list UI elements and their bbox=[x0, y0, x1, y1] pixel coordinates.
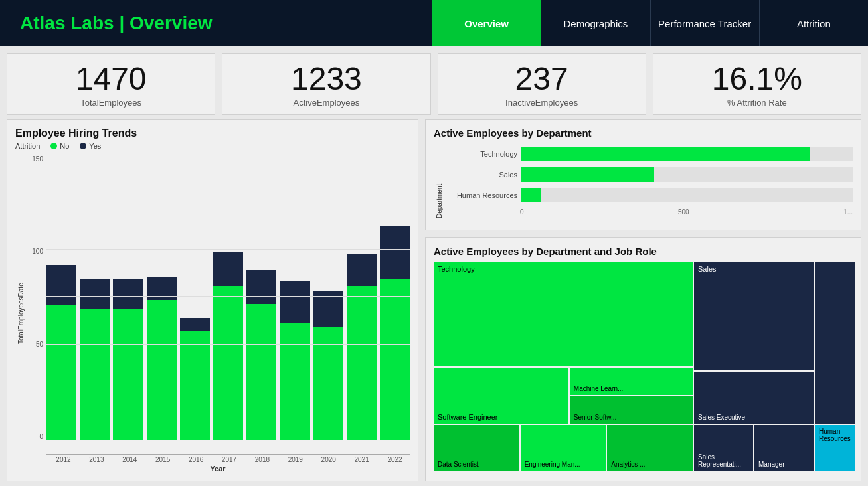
treemap-section: Active Employees by Department and Job R… bbox=[425, 237, 861, 481]
dept-bar-hr bbox=[521, 188, 853, 202]
legend-yes-label: Yes bbox=[89, 142, 101, 150]
bar-group-2012[interactable] bbox=[46, 154, 76, 440]
dept-chart-title: Active Employees by Department bbox=[434, 127, 853, 139]
bar-dark-2016 bbox=[180, 318, 210, 331]
tab-demographics[interactable]: Demographics bbox=[541, 0, 650, 46]
kpi-attrition-rate: 16.1% % Attrition Rate bbox=[653, 53, 861, 115]
dept-chart: Active Employees by Department Departmen… bbox=[425, 119, 861, 230]
tm-human-resources[interactable]: Human Resources bbox=[815, 425, 855, 471]
bar-green-2013 bbox=[80, 309, 110, 440]
x-label-2014: 2014 bbox=[115, 456, 145, 463]
kpi-active-value: 1233 bbox=[291, 63, 362, 95]
y-tick-150: 150 bbox=[32, 155, 43, 163]
header: Atlas Labs | Overview Overview Demograph… bbox=[0, 0, 868, 46]
dept-row-hr: Human Resources bbox=[444, 188, 853, 202]
kpi-inactive-value: 237 bbox=[515, 63, 568, 95]
chart-legend: Attrition No Yes bbox=[15, 142, 410, 150]
kpi-active-label: ActiveEmployees bbox=[294, 98, 360, 108]
bar-green-2021 bbox=[347, 286, 377, 440]
tab-performance[interactable]: Performance Tracker bbox=[650, 0, 759, 46]
dept-x-500: 500 bbox=[678, 208, 689, 216]
kpi-total-employees: 1470 TotalEmployees bbox=[7, 53, 215, 115]
bar-group-2017[interactable] bbox=[213, 154, 243, 440]
bar-group-2016[interactable] bbox=[180, 154, 210, 440]
tm-sales[interactable]: Sales bbox=[694, 262, 814, 370]
dept-name-tech: Technology bbox=[444, 150, 517, 158]
dept-fill-hr bbox=[521, 188, 541, 202]
hiring-chart-panel: Employee Hiring Trends Attrition No Yes … bbox=[7, 119, 418, 481]
y-axis-label: TotalEmployeesDate bbox=[15, 154, 26, 473]
bar-green-2012 bbox=[46, 305, 76, 440]
dept-bar-tech bbox=[521, 147, 853, 161]
treemap-title: Active Employees by Department and Job R… bbox=[434, 246, 853, 257]
x-label-2019: 2019 bbox=[280, 456, 310, 463]
tm-software-engineer[interactable]: Software Engineer bbox=[434, 368, 568, 424]
legend-no-label: No bbox=[60, 142, 69, 150]
kpi-row: 1470 TotalEmployees 1233 ActiveEmployees… bbox=[0, 46, 868, 119]
tm-sales-extra[interactable] bbox=[815, 262, 855, 424]
tm-sales-rep[interactable]: Sales Representati... bbox=[694, 425, 753, 471]
right-panel: Active Employees by Department Departmen… bbox=[425, 119, 861, 481]
x-label-2018: 2018 bbox=[247, 456, 277, 463]
bar-group-2015[interactable] bbox=[147, 154, 177, 440]
bar-dark-2014 bbox=[113, 279, 143, 309]
app-title: Atlas Labs | Overview bbox=[0, 0, 432, 46]
kpi-total-label: TotalEmployees bbox=[80, 98, 141, 108]
legend-no-dot bbox=[50, 143, 57, 149]
bar-dark-2022 bbox=[380, 226, 410, 280]
x-label-2012: 2012 bbox=[48, 456, 78, 463]
dept-row-sales: Sales bbox=[444, 167, 853, 182]
tm-sales-executive[interactable]: Sales Executive bbox=[694, 372, 814, 424]
dept-name-sales: Sales bbox=[444, 171, 517, 179]
bar-group-2021[interactable] bbox=[347, 154, 377, 440]
tm-senior-softw[interactable]: Senior Softw... bbox=[570, 396, 693, 424]
y-tick-100: 100 bbox=[32, 248, 43, 255]
tm-manager[interactable]: Manager bbox=[754, 425, 814, 471]
tm-machine-learn[interactable]: Machine Learn... bbox=[570, 368, 693, 395]
bar-dark-2017 bbox=[213, 252, 243, 286]
kpi-inactive-employees: 237 InactiveEmployees bbox=[438, 53, 646, 115]
bar-green-2019 bbox=[280, 323, 309, 440]
chart-body: TotalEmployeesDate 150 100 50 0 bbox=[15, 154, 410, 473]
tm-technology[interactable]: Technology bbox=[434, 262, 693, 366]
hiring-chart-title: Employee Hiring Trends bbox=[15, 127, 410, 139]
bar-group-2022[interactable] bbox=[380, 154, 410, 440]
bar-green-2016 bbox=[180, 331, 210, 440]
dept-x-0: 0 bbox=[520, 208, 524, 216]
kpi-attrition-label: % Attrition Rate bbox=[727, 98, 787, 108]
bar-group-2014[interactable] bbox=[113, 154, 143, 440]
bar-group-2018[interactable] bbox=[246, 154, 276, 440]
bar-green-2022 bbox=[380, 279, 410, 440]
bar-group-2020[interactable] bbox=[313, 154, 343, 440]
tab-attrition[interactable]: Attrition bbox=[759, 0, 868, 46]
bar-dark-2021 bbox=[347, 254, 377, 286]
dept-name-hr: Human Resources bbox=[444, 191, 517, 199]
y-tick-50: 50 bbox=[36, 341, 43, 348]
legend-attrition-label: Attrition bbox=[15, 142, 40, 150]
x-label-2016: 2016 bbox=[181, 456, 211, 463]
dept-row-tech: Technology bbox=[444, 147, 853, 161]
bar-dark-2019 bbox=[280, 281, 309, 324]
bar-group-2019[interactable] bbox=[280, 154, 309, 440]
dept-fill-tech bbox=[521, 147, 810, 161]
tm-analytics[interactable]: Analytics ... bbox=[607, 425, 693, 471]
bar-group-2013[interactable] bbox=[80, 154, 110, 440]
legend-yes-dot bbox=[80, 143, 86, 149]
dept-bar-sales bbox=[521, 167, 853, 182]
kpi-inactive-label: InactiveEmployees bbox=[505, 98, 578, 108]
y-tick-0: 0 bbox=[39, 433, 43, 440]
dept-y-label: Department bbox=[434, 144, 444, 218]
bar-green-2017 bbox=[213, 286, 243, 440]
x-label-2013: 2013 bbox=[82, 456, 112, 463]
bar-green-2020 bbox=[313, 327, 343, 440]
bar-green-2014 bbox=[113, 309, 143, 440]
tm-engineering-man[interactable]: Engineering Man... bbox=[521, 425, 606, 471]
main-content: Employee Hiring Trends Attrition No Yes … bbox=[0, 119, 868, 486]
bar-dark-2012 bbox=[46, 265, 76, 306]
legend-yes-item: Yes bbox=[80, 142, 101, 150]
tab-overview[interactable]: Overview bbox=[432, 0, 541, 46]
tm-data-scientist[interactable]: Data Scientist bbox=[434, 425, 519, 471]
bar-dark-2020 bbox=[313, 291, 343, 327]
x-label-2020: 2020 bbox=[313, 456, 343, 463]
bar-green-2018 bbox=[246, 304, 276, 440]
